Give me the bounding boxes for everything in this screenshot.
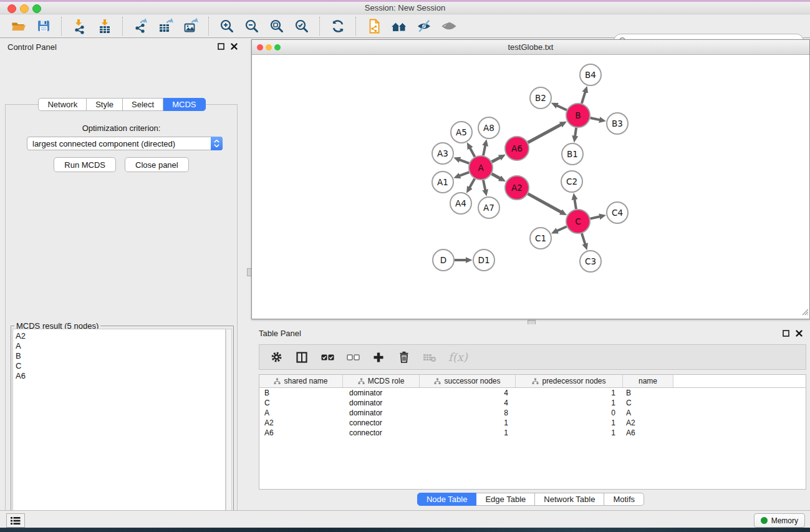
float-table-panel-button[interactable] [782,329,790,337]
edge-B-B2[interactable] [556,105,567,110]
edge-C-C3[interactable] [582,233,586,244]
node-B4[interactable]: B4 [580,64,601,85]
close-panel-button[interactable] [230,42,238,51]
mcds-result-scrollbar[interactable] [226,329,232,532]
zoom-fit-button[interactable] [268,17,286,36]
task-history-button[interactable] [6,513,25,528]
node-B3[interactable]: B3 [607,113,628,134]
edge-A-A7[interactable] [483,180,485,191]
edge-A-A1[interactable] [459,172,469,176]
mcds-result-item[interactable]: C [16,361,225,371]
column-header-MCDS-role[interactable]: MCDS role [343,375,420,387]
zoom-out-button[interactable] [243,17,261,36]
node-A1[interactable]: A1 [432,172,453,193]
optimization-criterion-select[interactable]: largest connected component (directed) [27,137,223,150]
edge-A-A4[interactable] [470,178,475,188]
node-A4[interactable]: A4 [450,193,471,214]
table-row[interactable]: Bdominator41B [259,388,806,398]
edge-A-A5[interactable] [470,148,475,157]
edge-A-A8[interactable] [483,145,485,155]
edge-B-B4[interactable] [582,92,586,104]
column-header-successor-nodes[interactable]: successor nodes [420,375,516,387]
edge-C-C4[interactable] [591,216,600,219]
tab-network-table[interactable]: Network Table [535,493,604,506]
column-header-shared-name[interactable]: shared name [259,375,343,387]
edge-B-B1[interactable] [575,128,576,137]
node-C3[interactable]: C3 [580,251,601,272]
node-D[interactable]: D [433,249,454,271]
show-columns-button[interactable] [295,351,309,364]
node-A2[interactable]: A2 [505,176,529,200]
table-body: Bdominator41BCdominator41CAdominator80AA… [259,388,806,438]
network-canvas[interactable]: B4B2BB3A8A5A6A3B1AC2A1A2A4A7C4CC1DD1C3 [252,55,809,319]
mcds-result-item[interactable]: A6 [16,371,225,381]
node-A[interactable]: A [469,156,493,180]
home-button[interactable] [390,17,408,36]
node-A5[interactable]: A5 [451,122,472,143]
tab-motifs[interactable]: Motifs [604,493,644,506]
network-file-button[interactable] [365,17,383,36]
tab-style[interactable]: Style [87,98,123,111]
export-image-button[interactable] [181,17,200,36]
tab-edge-table[interactable]: Edge Table [476,493,535,506]
cell-successor-nodes: 4 [420,399,516,407]
mcds-result-item[interactable]: B [16,351,225,361]
edge-C-C1[interactable] [557,226,567,231]
node-C4[interactable]: C4 [607,202,628,223]
close-panel-button-mcds[interactable]: Close panel [125,157,189,172]
node-B[interactable]: B [566,104,590,127]
edge-A-A3[interactable] [459,160,469,163]
node-B2[interactable]: B2 [530,87,551,109]
deselect-all-button[interactable] [346,351,360,364]
show-selected-button[interactable] [440,17,458,36]
tab-mcds[interactable]: MCDS [163,98,205,111]
export-table-button[interactable] [157,17,175,36]
column-header-name[interactable]: name [623,375,673,387]
table-panel: Table Panel [251,324,810,510]
edge-A2-C[interactable] [528,194,562,213]
node-B1[interactable]: B1 [562,143,583,165]
tab-network[interactable]: Network [38,98,87,111]
zoom-in-icon [219,18,235,34]
import-table-button[interactable] [95,17,114,36]
export-network-button[interactable] [132,17,150,36]
float-panel-button[interactable] [217,42,225,51]
node-A7[interactable]: A7 [478,197,499,218]
mcds-result-item[interactable]: A [16,341,225,351]
node-C2[interactable]: C2 [561,171,582,192]
node-A3[interactable]: A3 [432,143,453,164]
edge-A-A2[interactable] [492,174,501,179]
table-row[interactable]: Cdominator41C [259,398,806,408]
refresh-layout-button[interactable] [329,17,347,36]
tab-node-table[interactable]: Node Table [417,493,477,506]
import-network-button[interactable] [70,17,89,36]
select-all-button[interactable] [321,351,334,364]
close-table-panel-button[interactable] [795,329,803,337]
node-A6[interactable]: A6 [505,137,529,160]
zoom-in-button[interactable] [218,17,236,36]
delete-column-button[interactable] [397,351,411,364]
mcds-result-item[interactable]: A2 [16,331,225,341]
node-A8[interactable]: A8 [478,117,499,138]
resize-grip[interactable] [801,307,809,318]
table-row[interactable]: A6connector11A6 [259,428,806,438]
memory-button[interactable]: Memory [754,513,805,528]
node-D1[interactable]: D1 [473,249,494,271]
table-row[interactable]: Adominator80A [259,408,806,418]
table-settings-button[interactable] [269,351,283,364]
edge-A-A6[interactable] [492,157,501,162]
column-header-predecessor-nodes[interactable]: predecessor nodes [516,375,623,387]
add-column-button[interactable] [372,351,385,364]
table-row[interactable]: A2connector11A2 [259,418,806,428]
node-C[interactable]: C [566,210,590,233]
save-session-button[interactable] [34,17,53,36]
run-mcds-button[interactable]: Run MCDS [54,157,116,172]
edge-A6-B[interactable] [528,124,562,142]
edge-C-C2[interactable] [574,199,576,210]
open-session-button[interactable] [9,17,28,36]
node-C1[interactable]: C1 [530,228,551,249]
hide-selected-button[interactable] [415,17,433,36]
zoom-selected-button[interactable] [292,17,311,36]
edge-B-B3[interactable] [591,118,600,120]
tab-select[interactable]: Select [123,98,163,111]
